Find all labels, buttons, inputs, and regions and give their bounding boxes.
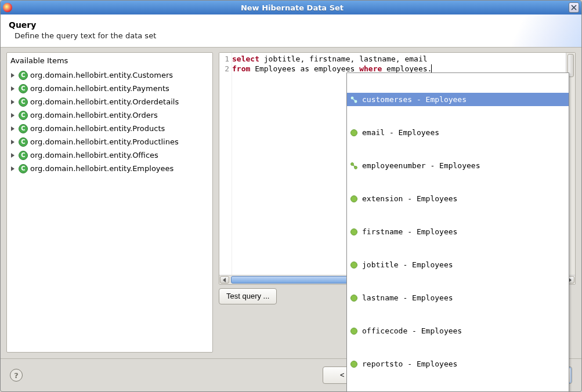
keyword: from	[232, 64, 250, 73]
autocomplete-item[interactable]: email - Employees	[347, 126, 569, 139]
autocomplete-popup: customerses - Employees email - Employee…	[346, 72, 569, 392]
autocomplete-label: firstname - Employees	[362, 227, 457, 237]
expand-icon[interactable]	[9, 152, 16, 159]
tree-item-label: org.domain.hellobirt.entity.Productlines	[30, 137, 179, 146]
tree-item-label: org.domain.hellobirt.entity.Customers	[30, 71, 173, 79]
tree-item[interactable]: C org.domain.hellobirt.entity.Offices	[9, 148, 210, 162]
page-subtitle: Define the query text for the data set	[9, 31, 573, 40]
property-icon	[350, 262, 357, 268]
keyword: where	[359, 64, 382, 73]
autocomplete-item[interactable]: employeenumber - Employees	[347, 159, 569, 172]
class-icon: C	[19, 124, 28, 133]
tree-item-label: org.domain.hellobirt.entity.Orders	[30, 111, 158, 119]
property-icon	[350, 195, 357, 202]
wizard-header: Query Define the query text for the data…	[1, 14, 581, 48]
autocomplete-label: extension - Employees	[362, 194, 457, 204]
text-cursor	[431, 64, 432, 73]
query-editor: 1 2 select jobtitle, firstname, lastname…	[219, 52, 576, 285]
tree-item[interactable]: C org.domain.hellobirt.entity.Productlin…	[9, 135, 210, 148]
window-title: New Hibernate Data Set	[16, 3, 569, 12]
class-icon: C	[19, 137, 28, 147]
expand-icon[interactable]	[9, 125, 16, 132]
class-icon: C	[19, 151, 28, 160]
autocomplete-item[interactable]: officecode - Employees	[347, 324, 569, 337]
property-icon	[350, 295, 357, 302]
autocomplete-item[interactable]: extension - Employees	[347, 192, 569, 205]
keyword: select	[232, 55, 259, 63]
page-title: Query	[9, 20, 573, 30]
tree-item[interactable]: C org.domain.hellobirt.entity.Orders	[9, 108, 210, 122]
property-icon	[350, 361, 357, 368]
titlebar: New Hibernate Data Set	[1, 1, 581, 14]
test-query-button[interactable]: Test query ...	[219, 288, 277, 304]
expand-icon[interactable]	[9, 99, 16, 106]
close-icon	[571, 5, 577, 10]
tree-item-label: org.domain.hellobirt.entity.Orderdetails	[30, 97, 179, 106]
autocomplete-item[interactable]: lastname - Employees	[347, 291, 569, 304]
tree-item[interactable]: C org.domain.hellobirt.entity.Products	[9, 122, 210, 135]
main-area: Available Items C org.domain.hellobirt.e…	[1, 48, 581, 356]
code-text: jobtitle, firstname, lastname, email	[259, 55, 428, 63]
autocomplete-item[interactable]: customerses - Employees	[347, 93, 569, 106]
expand-icon[interactable]	[9, 112, 16, 119]
close-button[interactable]	[569, 2, 579, 13]
autocomplete-label: officecode - Employees	[362, 326, 462, 336]
editor-code[interactable]: select jobtitle, firstname, lastname, em…	[232, 53, 566, 275]
gutter-line: 2	[219, 64, 229, 74]
expand-icon[interactable]	[9, 85, 16, 92]
class-icon: C	[19, 84, 28, 93]
autocomplete-label: email - Employees	[362, 128, 439, 137]
code-text: employees.	[382, 64, 432, 73]
autocomplete-label: customerses - Employees	[362, 95, 467, 104]
property-icon	[350, 228, 357, 235]
tree-item[interactable]: C org.domain.hellobirt.entity.Employees	[9, 162, 210, 175]
expand-icon[interactable]	[9, 139, 16, 146]
autocomplete-label: reportsto - Employees	[362, 359, 457, 369]
property-icon	[350, 328, 357, 335]
tree-item[interactable]: C org.domain.hellobirt.entity.Customers	[9, 68, 210, 82]
code-text: Employees as employees	[250, 64, 359, 73]
gutter-line: 1	[219, 54, 229, 64]
autocomplete-item[interactable]: jobtitle - Employees	[347, 258, 569, 271]
help-button[interactable]: ?	[10, 369, 23, 382]
class-icon: C	[19, 111, 28, 120]
autocomplete-label: employeenumber - Employees	[362, 161, 480, 170]
scroll-left-button[interactable]	[220, 276, 229, 284]
class-icon: C	[19, 164, 28, 173]
tree-item-label: org.domain.hellobirt.entity.Payments	[30, 84, 169, 93]
tree-item-label: org.domain.hellobirt.entity.Employees	[30, 164, 173, 173]
tree-item[interactable]: C org.domain.hellobirt.entity.Payments	[9, 82, 210, 95]
property-icon	[350, 129, 357, 136]
autocomplete-item[interactable]: firstname - Employees	[347, 225, 569, 238]
autocomplete-item[interactable]: reportsto - Employees	[347, 357, 569, 371]
app-icon	[3, 3, 12, 12]
available-items-label: Available Items	[7, 54, 212, 68]
query-editor-column: 1 2 select jobtitle, firstname, lastname…	[219, 52, 576, 353]
autocomplete-label: jobtitle - Employees	[362, 260, 453, 270]
reference-icon	[350, 162, 357, 169]
tree-item-label: org.domain.hellobirt.entity.Offices	[30, 151, 158, 159]
query-editor-body[interactable]: 1 2 select jobtitle, firstname, lastname…	[219, 53, 575, 275]
tree-item[interactable]: C org.domain.hellobirt.entity.Orderdetai…	[9, 95, 210, 108]
autocomplete-label: lastname - Employees	[362, 293, 453, 303]
available-items-tree[interactable]: C org.domain.hellobirt.entity.Customers …	[7, 68, 212, 351]
tree-item-label: org.domain.hellobirt.entity.Products	[30, 124, 165, 133]
class-icon: C	[19, 71, 28, 80]
editor-gutter: 1 2	[219, 53, 232, 275]
class-icon: C	[19, 97, 28, 107]
reference-icon	[350, 96, 357, 103]
available-items-panel: Available Items C org.domain.hellobirt.e…	[6, 52, 213, 353]
expand-icon[interactable]	[9, 72, 16, 79]
expand-icon[interactable]	[9, 165, 16, 172]
